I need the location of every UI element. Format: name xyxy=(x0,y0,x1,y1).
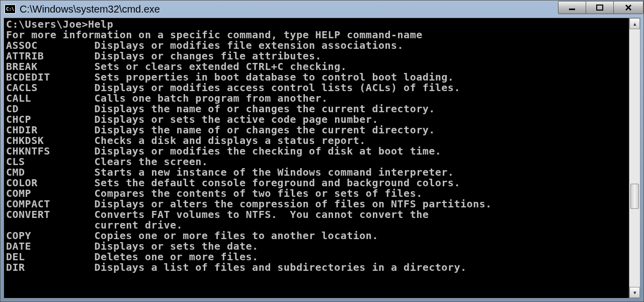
scroll-thumb[interactable] xyxy=(630,184,639,209)
terminal-line: DIR Displays a list of files and subdire… xyxy=(6,262,627,273)
window-title: C:\Windows\system32\cmd.exe xyxy=(20,4,558,15)
terminal-line: DATE Displays or sets the date. xyxy=(6,241,627,252)
title-bar[interactable]: C:\ C:\Windows\system32\cmd.exe xyxy=(1,1,643,18)
cmd-window: C:\ C:\Windows\system32\cmd.exe C:\Users… xyxy=(0,0,644,302)
app-icon[interactable]: C:\ xyxy=(5,5,16,14)
content-area: C:\Users\Joe>HelpFor more information on… xyxy=(4,18,640,298)
terminal-line: CHDIR Displays the name of or changes th… xyxy=(6,125,627,135)
terminal-line: C:\Users\Joe>Help xyxy=(6,19,627,30)
terminal-line: CALL Calls one batch program from anothe… xyxy=(6,93,627,104)
terminal-line: COLOR Sets the default console foregroun… xyxy=(6,178,627,188)
maximize-button[interactable] xyxy=(586,1,614,14)
terminal-line: CHCP Displays or sets the active code pa… xyxy=(6,114,627,125)
terminal-line: CMD Starts a new instance of the Windows… xyxy=(6,167,627,178)
terminal-line: BCDEDIT Sets properties in boot database… xyxy=(6,72,627,83)
window-controls xyxy=(558,1,643,15)
app-icon-text: C:\ xyxy=(6,7,14,12)
terminal-line: COMP Compares the contents of two files … xyxy=(6,188,627,199)
scroll-down-arrow-icon[interactable]: ▾ xyxy=(629,287,640,298)
terminal-line: CHKNTFS Displays or modifies the checkin… xyxy=(6,146,627,157)
terminal-output[interactable]: C:\Users\Joe>HelpFor more information on… xyxy=(4,18,629,298)
terminal-line: ATTRIB Displays or changes file attribut… xyxy=(6,51,627,61)
terminal-line: CHKDSK Checks a disk and displays a stat… xyxy=(6,135,627,146)
terminal-line: CACLS Displays or modifies access contro… xyxy=(6,83,627,93)
terminal-line: CD Displays the name of or changes the c… xyxy=(6,104,627,114)
scroll-track[interactable] xyxy=(629,29,640,287)
scroll-up-arrow-icon[interactable]: ▴ xyxy=(629,18,640,29)
svg-rect-1 xyxy=(597,5,603,10)
terminal-line: CLS Clears the screen. xyxy=(6,157,627,167)
terminal-line: ASSOC Displays or modifies file extensio… xyxy=(6,40,627,51)
terminal-line: CONVERT Converts FAT volumes to NTFS. Yo… xyxy=(6,209,627,220)
minimize-button[interactable] xyxy=(558,1,586,14)
close-button[interactable] xyxy=(613,1,643,14)
vertical-scrollbar[interactable]: ▴ ▾ xyxy=(629,18,640,298)
svg-rect-0 xyxy=(569,9,575,10)
terminal-line: DEL Deletes one or more files. xyxy=(6,252,627,262)
terminal-line: BREAK Sets or clears extended CTRL+C che… xyxy=(6,61,627,72)
terminal-line: COPY Copies one or more files to another… xyxy=(6,231,627,241)
terminal-line: current drive. xyxy=(6,220,627,231)
terminal-line: COMPACT Displays or alters the compressi… xyxy=(6,199,627,209)
terminal-line: For more information on a specific comma… xyxy=(6,30,627,40)
